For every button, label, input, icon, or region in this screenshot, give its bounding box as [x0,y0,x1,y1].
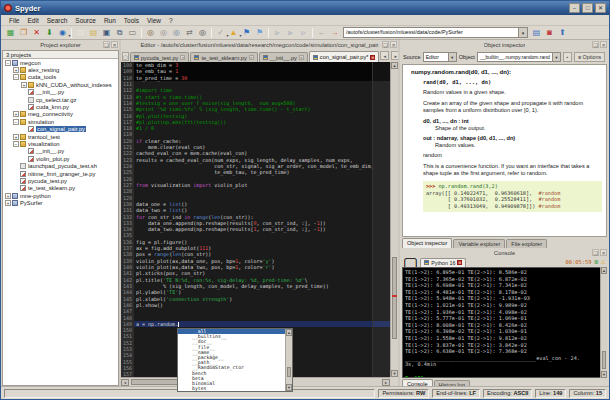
step-return-icon[interactable]: ▹ [298,27,310,38]
completion-scrollbar[interactable]: ▲ ▼ [285,329,292,391]
menu-search[interactable]: Search [43,16,72,25]
scroll-right-arrow[interactable]: ▸ [382,379,390,386]
maximize-button[interactable]: □ [582,3,593,13]
scroll-down-arrow[interactable]: ▼ [601,371,607,378]
tab-object-inspector[interactable]: Object inspector [402,238,452,248]
editor-tab[interactable]: con_signal_pair.py*✕ [309,51,380,62]
find-icon[interactable]: ◎ [145,27,157,38]
editor-tab[interactable]: __init__.py✕ [259,52,308,62]
close-button[interactable]: ✕ [595,3,606,13]
warning-icon[interactable]: ⚠ [601,258,606,266]
minimize-button[interactable]: – [569,3,580,13]
working-directory-combo[interactable]: /autofs/cluster/fusion/mluessi/data/code… [343,27,528,38]
preferences-icon[interactable]: ◉▾ [57,27,69,38]
set-console-directory-icon[interactable]: ◙ [544,27,556,38]
tree-item[interactable]: +meg_connectivity [3,111,118,118]
expand-icon[interactable]: + [13,111,19,117]
expand-icon[interactable]: + [5,200,11,206]
editor-tab[interactable]: te_test_sklearn.py✕ [190,52,257,62]
close-icon[interactable]: ✕ [180,55,185,60]
tree-item[interactable]: −megcon [3,59,118,66]
menu-source[interactable]: Source [71,16,100,25]
chevron-down-icon[interactable]: ▾ [449,52,457,62]
scrollbar-thumb[interactable] [392,257,397,339]
undock-icon[interactable]: ❏ [103,41,110,48]
tree-item[interactable]: te_test_sklearn.py [3,185,118,192]
undock-icon[interactable]: ❏ [592,249,599,256]
run-icon[interactable]: ✓▾ [215,27,227,38]
tree-item[interactable]: con_signal_pair.py [3,126,118,133]
save-all-icon[interactable]: ⧉ [114,27,126,38]
find-in-files-icon[interactable]: ◎ [197,27,209,38]
new-file-icon[interactable]: □ [75,27,87,38]
expand-icon[interactable]: + [13,67,19,73]
console-tab-python[interactable]: Python 16 ✕ [420,258,466,267]
menu-view[interactable]: View [143,16,165,25]
maximize-pane-icon[interactable]: ❐ [18,27,30,38]
tree-item[interactable]: −cuda_tools [3,74,118,81]
replace-icon[interactable]: ⇄ [184,27,196,38]
back-icon[interactable]: ← [316,27,328,38]
object-combo[interactable]: __builtin__.numpy.random.rand ▾ [477,52,561,62]
tree-item[interactable]: −visualization [3,140,118,147]
tree-item[interactable]: __init__.py [3,148,118,155]
open-file-icon[interactable]: ▤ [88,27,100,38]
tree-item[interactable]: +mne-python [3,192,118,199]
tree-item[interactable]: cuda_knn.py [3,103,118,110]
tree-item[interactable]: pycuda_test.py [3,177,118,184]
title-bar[interactable]: Spyder – □ ✕ [1,1,609,15]
chevron-down-icon[interactable]: ▾ [553,52,561,62]
splitter-right[interactable] [398,40,400,386]
expand-icon[interactable]: + [5,193,11,199]
tree-item[interactable]: +trantool_test [3,133,118,140]
tree-item[interactable]: cp_select.tar.gz [3,96,118,103]
save-icon[interactable]: ▣ [101,27,113,38]
close-icon[interactable]: ✕ [249,55,254,60]
editor-tab[interactable]: pycuda_test.py✕ [130,52,190,62]
editor-vertical-scrollbar[interactable]: ▲ ▼ [390,62,398,377]
lock-icon[interactable]: ▪ [563,52,572,62]
close-pane-icon[interactable]: ✕ [31,27,43,38]
console-output[interactable]: TE(1->2): 6.895e-01 TE(2->1): 8.586e-02T… [402,267,607,378]
save-session-icon[interactable]: ⬇ [44,27,56,38]
pylint-icon[interactable]: ⚑ [254,27,266,38]
environment-icon[interactable]: ≣ [594,258,599,266]
forward-icon[interactable]: → [329,27,341,38]
close-icon[interactable]: ✕ [600,249,607,256]
project-tree[interactable]: −megcon+alex_resting−cuda_tools+kNN_CUDA… [2,59,119,386]
tree-item[interactable]: violin_plot.py [3,155,118,162]
undock-icon[interactable]: ❏ [592,41,599,48]
tab-file-explorer[interactable]: File explorer [506,239,547,248]
tree-item[interactable]: launchpad_pycuda_test.sh [3,162,118,169]
menu-help[interactable]: ? [165,16,177,25]
menu-edit[interactable]: Edit [23,16,42,25]
console-scrollbar[interactable]: ▲ ▼ [600,267,607,378]
expand-icon[interactable]: + [13,134,19,140]
scroll-left-arrow[interactable]: ◂ [121,379,129,386]
scroll-up-arrow[interactable]: ▲ [601,267,607,274]
prev-tab-icon[interactable]: ◂ [380,51,389,60]
source-combo[interactable]: Editor ▾ [423,52,457,62]
collapse-icon[interactable]: − [5,60,11,66]
tree-item[interactable]: __init__.py [3,89,118,96]
scroll-down-arrow[interactable]: ▼ [391,370,398,377]
scroll-up-arrow[interactable]: ▲ [391,62,398,69]
close-icon[interactable]: ✕ [390,41,397,48]
scroll-up-arrow[interactable]: ▲ [286,329,292,336]
undock-icon[interactable]: ❏ [382,41,389,48]
expand-icon[interactable]: + [21,82,27,88]
collapse-icon[interactable]: − [13,119,19,125]
chevron-down-icon[interactable]: ▾ [519,27,528,38]
layout-icon[interactable]: ▦ [5,27,17,38]
close-icon[interactable]: ✕ [600,41,607,48]
scrollbar-thumb[interactable] [287,367,291,377]
tree-item[interactable]: −simulation [3,118,118,125]
scroll-down-arrow[interactable]: ▼ [286,384,292,391]
collapse-icon[interactable]: − [13,141,19,147]
tree-item[interactable]: +alex_resting [3,66,118,73]
menu-file[interactable]: File [5,16,23,25]
collapse-icon[interactable]: − [13,74,19,80]
file-switcher-icon[interactable]: ▢ [122,52,129,61]
tree-item[interactable]: +PySurfer [3,199,118,206]
scrollbar-thumb[interactable] [602,351,606,369]
